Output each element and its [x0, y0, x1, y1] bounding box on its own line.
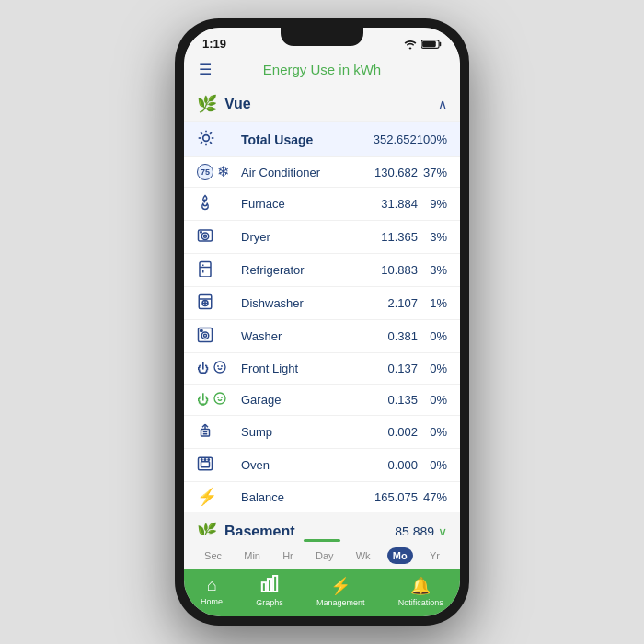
fridge-icon: [197, 260, 213, 280]
battery-icon: [421, 39, 442, 50]
basement-left: 🌿 Basement: [197, 522, 294, 535]
outlet-green-icon: [213, 391, 227, 408]
item-oven[interactable]: Oven 0.000 0%: [184, 449, 460, 482]
item-fridge-name: Refrigerator: [241, 263, 367, 277]
phone-screen: 1:19 ☰ Energy Use in kWh 🌿: [184, 28, 460, 616]
item-ac-name: Air Conditioner: [241, 166, 367, 179]
svg-point-13: [201, 233, 209, 240]
time-sec[interactable]: Sec: [199, 547, 227, 564]
item-fridge-percent: 3%: [418, 263, 447, 277]
item-ac[interactable]: 75 ❄ Air Conditioner 130.682 37%: [184, 157, 460, 188]
nav-notifications[interactable]: 🔔 Notifications: [398, 576, 443, 607]
home-icon: ⌂: [207, 576, 217, 595]
vue-section-title: 🌿 Vue: [197, 94, 251, 114]
basement-title: Basement: [224, 523, 294, 535]
nav-home[interactable]: ⌂ Home: [201, 576, 223, 606]
bottom-nav: ⌂ Home Graphs ⚡ Management 🔔 N: [184, 569, 460, 616]
item-washer-name: Washer: [241, 329, 367, 343]
status-time: 1:19: [202, 37, 226, 51]
svg-rect-47: [268, 579, 271, 592]
time-mo[interactable]: Mo: [387, 547, 413, 564]
item-oven-name: Oven: [241, 458, 367, 472]
item-washer-value: 0.381: [367, 329, 418, 343]
item-washer[interactable]: Washer 0.381 0%: [184, 320, 460, 353]
nav-notifications-label: Notifications: [398, 598, 443, 607]
total-icon: [197, 129, 215, 150]
item-front-light[interactable]: ⏻ Front Light 0.137 0%: [184, 353, 460, 385]
washer-icon: [197, 327, 213, 346]
item-sump-value: 0.002: [367, 425, 418, 439]
svg-point-44: [204, 459, 206, 461]
svg-point-27: [204, 334, 207, 337]
scroll-area[interactable]: 🌿 Vue ∧: [184, 85, 460, 535]
svg-point-26: [201, 332, 209, 339]
item-dryer-icons: [197, 227, 241, 247]
item-balance[interactable]: ⚡ Balance 165.075 47%: [184, 482, 460, 512]
basement-value: 85.889: [395, 524, 434, 535]
power-icon: ⏻: [197, 362, 209, 374]
item-garage-value: 0.135: [367, 393, 418, 407]
item-total-usage[interactable]: Total Usage 352.652 100%: [184, 121, 460, 157]
nav-management-label: Management: [316, 598, 365, 607]
item-dishwasher-icons: [197, 293, 241, 313]
time-day[interactable]: Day: [310, 547, 339, 564]
time-wk[interactable]: Wk: [351, 547, 376, 564]
notch: [281, 28, 363, 46]
svg-rect-28: [201, 330, 202, 332]
item-dishwasher-value: 2.107: [367, 296, 418, 310]
leaf-icon: 🌿: [197, 94, 217, 114]
svg-point-29: [214, 362, 225, 373]
item-garage-icons: ⏻: [197, 391, 241, 408]
item-ac-percent: 37%: [418, 166, 447, 179]
item-furnace[interactable]: Furnace 31.884 9%: [184, 188, 460, 221]
item-garage[interactable]: ⏻ Garage 0.135 0%: [184, 385, 460, 416]
item-fridge-value: 10.883: [367, 263, 418, 277]
item-dryer[interactable]: Dryer 11.365 3%: [184, 221, 460, 254]
item-frontlight-icons: ⏻: [197, 360, 241, 377]
item-washer-icons: [197, 327, 241, 346]
badge-75: 75: [197, 164, 213, 180]
dishwasher-icon: [197, 293, 213, 313]
time-hr[interactable]: Hr: [277, 547, 299, 564]
nav-home-label: Home: [201, 597, 223, 606]
collapse-icon[interactable]: ∧: [438, 97, 447, 111]
time-yr[interactable]: Yr: [424, 547, 445, 564]
nav-management[interactable]: ⚡ Management: [316, 576, 365, 607]
item-furnace-percent: 9%: [418, 197, 447, 211]
svg-line-10: [201, 142, 202, 144]
svg-line-9: [210, 142, 212, 144]
time-options: Sec Min Hr Day Wk Mo Yr: [184, 547, 460, 564]
basement-value-container: 85.889 ∨: [395, 524, 447, 535]
item-dryer-value: 11.365: [367, 230, 418, 244]
power-green-icon: ⏻: [197, 393, 209, 407]
wifi-icon: [404, 39, 417, 50]
item-dishwasher[interactable]: Dishwasher 2.107 1%: [184, 287, 460, 320]
svg-point-15: [201, 232, 202, 234]
vue-section-header[interactable]: 🌿 Vue ∧: [184, 85, 460, 121]
time-selector: Sec Min Hr Day Wk Mo Yr: [184, 535, 460, 569]
item-oven-value: 0.000: [367, 458, 418, 472]
oven-icon: [197, 455, 213, 475]
item-furnace-name: Furnace: [241, 197, 367, 211]
item-refrigerator[interactable]: Refrigerator 10.883 3%: [184, 254, 460, 287]
item-oven-icons: [197, 455, 241, 475]
svg-rect-16: [200, 262, 211, 278]
sump-icon: [197, 422, 213, 442]
item-total-icons: [197, 129, 241, 150]
item-furnace-value: 31.884: [367, 197, 418, 211]
item-sump[interactable]: Sump 0.002 0%: [184, 416, 460, 449]
item-total-name: Total Usage: [241, 132, 366, 147]
nav-graphs[interactable]: Graphs: [256, 575, 283, 607]
basement-chevron[interactable]: ∨: [438, 524, 447, 535]
item-oven-percent: 0%: [418, 458, 447, 472]
outlet-icon: [213, 360, 227, 377]
item-frontlight-value: 0.137: [367, 362, 418, 375]
time-min[interactable]: Min: [238, 547, 266, 564]
item-garage-name: Garage: [241, 393, 367, 407]
menu-icon[interactable]: ☰: [199, 61, 212, 78]
app-header: ☰ Energy Use in kWh: [184, 54, 460, 85]
header-title: Energy Use in kWh: [263, 62, 381, 77]
item-frontlight-name: Front Light: [241, 362, 367, 375]
basement-section[interactable]: 🌿 Basement 85.889 ∨: [184, 512, 460, 535]
item-dryer-name: Dryer: [241, 230, 367, 244]
